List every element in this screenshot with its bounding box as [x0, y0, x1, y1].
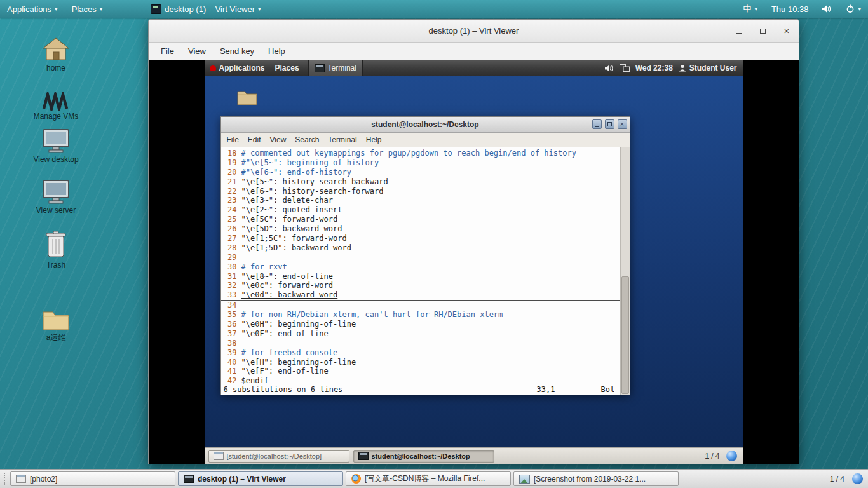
virt-viewer-titlebar[interactable]: desktop (1) – Virt Viewer × — [149, 20, 799, 43]
line-number: 28 — [221, 243, 237, 253]
speaker-icon[interactable] — [605, 65, 614, 72]
host-applications-label: Applications — [7, 4, 51, 14]
line-number: 21 — [221, 177, 237, 187]
line-number: 36 — [221, 320, 237, 329]
menu-view[interactable]: View — [269, 135, 288, 144]
terminal-icon — [184, 475, 194, 483]
chevron-down-icon: ▾ — [100, 6, 103, 12]
guest-home-folder-icon[interactable] — [236, 88, 258, 108]
close-button[interactable]: × — [618, 119, 627, 129]
guest-places-menu[interactable]: Places — [270, 60, 304, 76]
taskbar-item-label: [photo2] — [30, 475, 57, 484]
host-window-applet[interactable]: desktop (1) – Virt Viewer ▾ — [144, 0, 268, 18]
host-volume-button[interactable] — [815, 0, 839, 18]
displays-icon[interactable] — [620, 64, 630, 72]
line-text: "\e0d": backward-word — [241, 290, 338, 300]
guest-panel-right: 1 / 4 — [705, 451, 743, 461]
maximize-button[interactable] — [757, 25, 768, 37]
terminal-line: 19#"\e[5~": beginning-of-history — [221, 158, 621, 168]
desktop-icon-label: Trash — [29, 261, 83, 269]
guest-clock[interactable]: Wed 22:38 — [635, 64, 673, 72]
line-number: 33 — [221, 290, 237, 300]
desktop-icon-view-desktop[interactable]: View desktop — [29, 125, 83, 164]
line-number: 40 — [221, 358, 237, 367]
host-clock[interactable]: Thu 10:38 — [764, 0, 816, 18]
menu-search[interactable]: Search — [294, 135, 320, 144]
workspace-sphere-icon[interactable] — [726, 451, 737, 461]
close-button[interactable]: × — [781, 25, 792, 37]
taskbar-item-virt-viewer[interactable]: desktop (1) – Virt Viewer — [178, 471, 343, 486]
line-number: 31 — [221, 272, 237, 281]
menu-terminal[interactable]: Terminal — [327, 135, 358, 144]
taskbar-item-firefox[interactable]: [写文章-CSDN博客 – Mozilla Firef... — [346, 471, 511, 486]
host-clock-label: Thu 10:38 — [771, 4, 809, 14]
desktop-icon-label: View desktop — [29, 156, 83, 164]
menu-file[interactable]: File — [161, 46, 174, 56]
scrollbar-thumb[interactable] — [621, 276, 629, 394]
menu-edit[interactable]: Edit — [247, 135, 262, 144]
terminal-line: 29 — [221, 253, 621, 262]
desktop-icon-ops-folder[interactable]: a运维 — [29, 302, 83, 342]
input-method-indicator[interactable]: 中 ▾ — [736, 0, 764, 18]
terminal-scrollbar[interactable] — [620, 147, 630, 395]
line-text: "\e[5~": history-search-backward — [241, 177, 388, 187]
line-text: "\e[1;5D": backward-word — [241, 243, 351, 253]
minimize-button[interactable] — [733, 25, 744, 37]
terminal-lines: 18# commented out keymappings for pgup/p… — [221, 149, 621, 386]
firefox-icon — [351, 474, 361, 484]
maximize-button[interactable] — [605, 119, 614, 129]
virt-viewer-window: desktop (1) – Virt Viewer × File View Se… — [148, 19, 799, 464]
guest-taskbar-item[interactable]: [student@localhost:~/Desktop] — [208, 450, 349, 463]
maximize-icon — [607, 122, 612, 126]
menu-view[interactable]: View — [188, 46, 206, 56]
workspace-sphere-icon[interactable] — [852, 473, 863, 484]
terminal-window-buttons: × — [592, 119, 627, 129]
desktop-icon-view-server[interactable]: View server — [29, 175, 83, 215]
terminal-line: 22"\e[6~": history-search-forward — [221, 187, 621, 196]
guest-user-menu[interactable]: Student User — [679, 64, 737, 72]
terminal-line: 39# for freebsd console — [221, 348, 621, 358]
host-applications-menu[interactable]: Applications ▾ — [0, 0, 65, 18]
host-places-menu[interactable]: Places ▾ — [65, 0, 110, 18]
terminal-titlebar[interactable]: student@localhost:~/Desktop × — [221, 117, 630, 133]
line-number: 18 — [221, 149, 237, 158]
guest-taskbar-item-active[interactable]: student@localhost:~/Desktop — [353, 450, 494, 463]
chevron-down-icon: ▾ — [258, 6, 261, 12]
guest-workspace-pager[interactable]: 1 / 4 — [705, 452, 719, 461]
folder-icon — [41, 308, 71, 332]
terminal-line: 20#"\e[6~": end-of-history — [221, 168, 621, 177]
virt-viewer-menubar: File View Send key Help — [149, 43, 799, 60]
menu-help[interactable]: Help — [268, 46, 285, 56]
line-number: 37 — [221, 329, 237, 339]
taskbar-handle[interactable] — [4, 473, 8, 485]
terminal-line: 28"\e[1;5D": backward-word — [221, 243, 621, 253]
terminal-icon — [315, 64, 325, 72]
taskbar-item-photo2[interactable]: [photo2] — [10, 471, 175, 486]
trash-icon — [44, 230, 68, 259]
desktop-icon-trash[interactable]: Trash — [29, 230, 83, 269]
line-number: 24 — [221, 205, 237, 215]
desktop-icon-manage-vms[interactable]: Manage VMs — [29, 81, 83, 121]
minimize-icon — [595, 122, 599, 127]
guest-applications-menu[interactable]: Applications — [205, 60, 270, 76]
guest-bottom-panel: [student@localhost:~/Desktop] student@lo… — [205, 447, 743, 464]
menu-help[interactable]: Help — [365, 135, 383, 144]
terminal-window: student@localhost:~/Desktop × File Edit … — [220, 116, 630, 395]
host-workspace-pager[interactable]: 1 / 4 — [830, 475, 844, 484]
desktop-icon-label: a运维 — [29, 334, 83, 342]
host-panel-right: 中 ▾ Thu 10:38 ▾ — [736, 0, 868, 18]
line-text: "\e[1;5C": forward-word — [241, 234, 347, 243]
terminal-icon — [358, 452, 369, 460]
desktop-icon-home[interactable]: home — [29, 33, 83, 72]
line-text: "\e[8~": end-of-line — [241, 272, 334, 281]
menu-send-key[interactable]: Send key — [220, 46, 254, 56]
taskbar-item-screenshot[interactable]: [Screenshot from 2019-03-22 1... — [513, 471, 679, 486]
line-text: # commented out keymappings for pgup/pgd… — [241, 149, 576, 158]
terminal-content: 18# commented out keymappings for pgup/p… — [221, 147, 630, 395]
guest-terminal-app-button[interactable]: Terminal — [308, 60, 363, 76]
minimize-button[interactable] — [592, 119, 602, 129]
monitor-icon — [41, 179, 71, 205]
host-power-menu[interactable]: ▾ — [839, 0, 868, 18]
line-text: #"\e[5~": beginning-of-history — [241, 158, 379, 168]
menu-file[interactable]: File — [226, 135, 240, 144]
